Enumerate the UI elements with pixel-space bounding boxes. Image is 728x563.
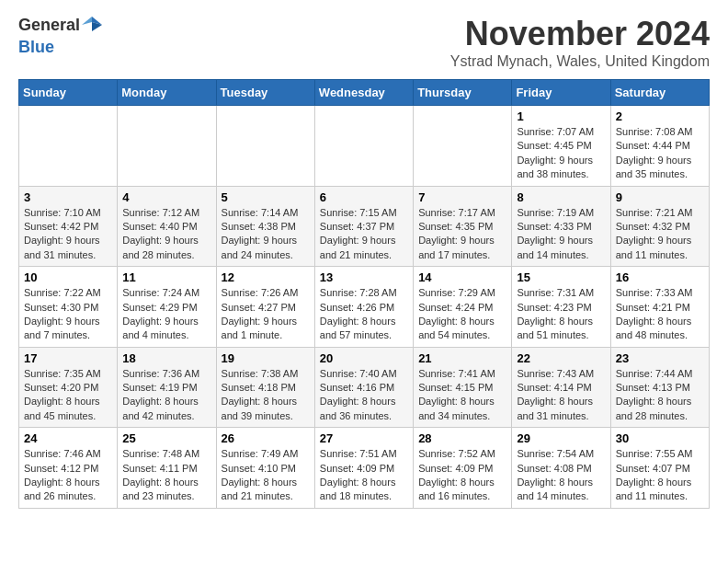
calendar-cell: 24Sunrise: 7:46 AMSunset: 4:12 PMDayligh…	[19, 428, 118, 509]
day-header-tuesday: Tuesday	[216, 80, 314, 106]
day-info: Sunrise: 7:26 AMSunset: 4:27 PMDaylight:…	[222, 286, 310, 343]
day-number: 7	[418, 190, 506, 204]
calendar-cell: 22Sunrise: 7:43 AMSunset: 4:14 PMDayligh…	[512, 347, 610, 428]
calendar-cell: 11Sunrise: 7:24 AMSunset: 4:29 PMDayligh…	[118, 267, 216, 348]
day-header-saturday: Saturday	[610, 80, 709, 106]
calendar-cell: 12Sunrise: 7:26 AMSunset: 4:27 PMDayligh…	[216, 267, 314, 348]
day-info: Sunrise: 7:38 AMSunset: 4:18 PMDaylight:…	[222, 367, 310, 424]
day-header-monday: Monday	[118, 80, 216, 106]
logo: General Blue	[18, 15, 102, 56]
day-info: Sunrise: 7:44 AMSunset: 4:13 PMDaylight:…	[616, 367, 704, 424]
calendar-cell: 3Sunrise: 7:10 AMSunset: 4:42 PMDaylight…	[19, 186, 118, 267]
day-number: 22	[517, 351, 605, 365]
calendar-cell: 28Sunrise: 7:52 AMSunset: 4:09 PMDayligh…	[414, 428, 512, 509]
day-number: 16	[616, 270, 704, 284]
day-number: 21	[418, 351, 506, 365]
day-info: Sunrise: 7:15 AMSunset: 4:37 PMDaylight:…	[320, 206, 408, 263]
day-info: Sunrise: 7:29 AMSunset: 4:24 PMDaylight:…	[418, 286, 506, 343]
logo-general: General	[18, 16, 80, 34]
day-info: Sunrise: 7:41 AMSunset: 4:15 PMDaylight:…	[418, 367, 506, 424]
day-info: Sunrise: 7:40 AMSunset: 4:16 PMDaylight:…	[320, 367, 408, 424]
day-header-friday: Friday	[512, 80, 610, 106]
day-number: 13	[320, 270, 408, 284]
calendar-cell: 5Sunrise: 7:14 AMSunset: 4:38 PMDaylight…	[216, 186, 314, 267]
day-header-row: SundayMondayTuesdayWednesdayThursdayFrid…	[19, 80, 710, 106]
calendar-cell: 17Sunrise: 7:35 AMSunset: 4:20 PMDayligh…	[19, 347, 118, 428]
day-number: 15	[517, 270, 605, 284]
day-info: Sunrise: 7:52 AMSunset: 4:09 PMDaylight:…	[418, 447, 506, 504]
day-info: Sunrise: 7:22 AMSunset: 4:30 PMDaylight:…	[24, 286, 112, 343]
day-number: 12	[222, 270, 310, 284]
day-number: 9	[616, 190, 704, 204]
calendar-cell: 10Sunrise: 7:22 AMSunset: 4:30 PMDayligh…	[19, 267, 118, 348]
day-info: Sunrise: 7:10 AMSunset: 4:42 PMDaylight:…	[24, 206, 112, 263]
day-number: 18	[122, 351, 210, 365]
calendar-header: SundayMondayTuesdayWednesdayThursdayFrid…	[19, 80, 710, 106]
week-row-4: 17Sunrise: 7:35 AMSunset: 4:20 PMDayligh…	[19, 347, 710, 428]
calendar-cell	[19, 106, 118, 187]
calendar-cell: 25Sunrise: 7:48 AMSunset: 4:11 PMDayligh…	[118, 428, 216, 509]
day-number: 24	[24, 431, 112, 445]
day-number: 19	[222, 351, 310, 365]
calendar-table: SundayMondayTuesdayWednesdayThursdayFrid…	[18, 79, 710, 509]
day-number: 23	[616, 351, 704, 365]
day-number: 5	[222, 190, 310, 204]
calendar-cell: 26Sunrise: 7:49 AMSunset: 4:10 PMDayligh…	[216, 428, 314, 509]
calendar-cell: 27Sunrise: 7:51 AMSunset: 4:09 PMDayligh…	[314, 428, 413, 509]
svg-marker-2	[92, 22, 102, 31]
calendar-body: 1Sunrise: 7:07 AMSunset: 4:45 PMDaylight…	[19, 106, 710, 509]
calendar-cell: 14Sunrise: 7:29 AMSunset: 4:24 PMDayligh…	[414, 267, 512, 348]
calendar-cell	[414, 106, 512, 187]
day-info: Sunrise: 7:19 AMSunset: 4:33 PMDaylight:…	[517, 206, 605, 263]
day-number: 6	[320, 190, 408, 204]
day-info: Sunrise: 7:12 AMSunset: 4:40 PMDaylight:…	[122, 206, 210, 263]
day-info: Sunrise: 7:17 AMSunset: 4:35 PMDaylight:…	[418, 206, 506, 263]
calendar-cell: 19Sunrise: 7:38 AMSunset: 4:18 PMDayligh…	[216, 347, 314, 428]
title-section: November 2024 Ystrad Mynach, Wales, Unit…	[450, 15, 710, 70]
calendar-cell	[118, 106, 216, 187]
day-number: 1	[517, 109, 605, 123]
day-info: Sunrise: 7:31 AMSunset: 4:23 PMDaylight:…	[517, 286, 605, 343]
day-number: 2	[616, 109, 704, 123]
day-header-sunday: Sunday	[19, 80, 118, 106]
day-number: 28	[418, 431, 506, 445]
page-header: General Blue November 2024 Ystrad Mynach…	[18, 15, 710, 70]
calendar-cell: 23Sunrise: 7:44 AMSunset: 4:13 PMDayligh…	[610, 347, 709, 428]
day-info: Sunrise: 7:21 AMSunset: 4:32 PMDaylight:…	[616, 206, 704, 263]
day-header-thursday: Thursday	[414, 80, 512, 106]
calendar-cell	[216, 106, 314, 187]
calendar-title: November 2024	[450, 15, 710, 53]
calendar-cell: 15Sunrise: 7:31 AMSunset: 4:23 PMDayligh…	[512, 267, 610, 348]
calendar-cell: 4Sunrise: 7:12 AMSunset: 4:40 PMDaylight…	[118, 186, 216, 267]
day-number: 4	[122, 190, 210, 204]
day-info: Sunrise: 7:46 AMSunset: 4:12 PMDaylight:…	[24, 447, 112, 504]
logo-blue: Blue	[18, 38, 54, 56]
day-info: Sunrise: 7:55 AMSunset: 4:07 PMDaylight:…	[616, 447, 704, 504]
week-row-1: 1Sunrise: 7:07 AMSunset: 4:45 PMDaylight…	[19, 106, 710, 187]
day-number: 8	[517, 190, 605, 204]
day-number: 10	[24, 270, 112, 284]
day-number: 14	[418, 270, 506, 284]
week-row-5: 24Sunrise: 7:46 AMSunset: 4:12 PMDayligh…	[19, 428, 710, 509]
day-info: Sunrise: 7:36 AMSunset: 4:19 PMDaylight:…	[122, 367, 210, 424]
calendar-cell: 29Sunrise: 7:54 AMSunset: 4:08 PMDayligh…	[512, 428, 610, 509]
calendar-cell: 20Sunrise: 7:40 AMSunset: 4:16 PMDayligh…	[314, 347, 413, 428]
calendar-cell: 6Sunrise: 7:15 AMSunset: 4:37 PMDaylight…	[314, 186, 413, 267]
day-info: Sunrise: 7:07 AMSunset: 4:45 PMDaylight:…	[517, 125, 605, 182]
calendar-subtitle: Ystrad Mynach, Wales, United Kingdom	[450, 53, 710, 70]
day-info: Sunrise: 7:54 AMSunset: 4:08 PMDaylight:…	[517, 447, 605, 504]
day-number: 11	[122, 270, 210, 284]
calendar-cell: 21Sunrise: 7:41 AMSunset: 4:15 PMDayligh…	[414, 347, 512, 428]
day-number: 20	[320, 351, 408, 365]
calendar-cell: 2Sunrise: 7:08 AMSunset: 4:44 PMDaylight…	[610, 106, 709, 187]
calendar-cell	[314, 106, 413, 187]
week-row-3: 10Sunrise: 7:22 AMSunset: 4:30 PMDayligh…	[19, 267, 710, 348]
day-info: Sunrise: 7:43 AMSunset: 4:14 PMDaylight:…	[517, 367, 605, 424]
calendar-cell: 1Sunrise: 7:07 AMSunset: 4:45 PMDaylight…	[512, 106, 610, 187]
day-info: Sunrise: 7:28 AMSunset: 4:26 PMDaylight:…	[320, 286, 408, 343]
day-number: 3	[24, 190, 112, 204]
day-number: 29	[517, 431, 605, 445]
logo-bird-icon	[82, 15, 102, 35]
calendar-cell: 13Sunrise: 7:28 AMSunset: 4:26 PMDayligh…	[314, 267, 413, 348]
day-number: 27	[320, 431, 408, 445]
